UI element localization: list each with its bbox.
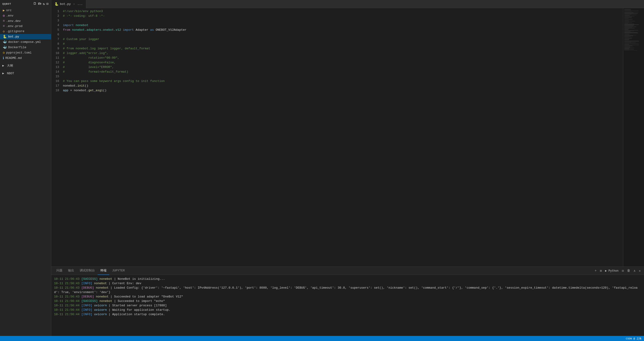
code-line-6: 6 — [51, 32, 623, 37]
env-dev-icon: ≡ — [3, 19, 5, 23]
minimap-line — [624, 22, 629, 22]
line-content-4: import nonebot — [63, 23, 623, 28]
minimap-line — [624, 44, 629, 44]
add-terminal-icon[interactable]: + — [594, 268, 598, 273]
minimap-line — [624, 30, 638, 30]
minimap-line — [624, 12, 634, 13]
log-message: | Application startup complete. — [107, 313, 165, 316]
minimap-line — [624, 26, 633, 26]
minimap-line — [624, 42, 631, 42]
token: #!/usr/bin/env python3 — [63, 9, 103, 13]
terminal-name-label: ▶ Python — [604, 269, 620, 273]
log-level: [DEBUG] — [81, 286, 96, 290]
dockerfile-label: Dockerfile — [8, 46, 49, 49]
token: # diagnose=False, — [63, 61, 116, 64]
tab-python-icon: 🐍 — [54, 2, 58, 6]
close-panel-icon[interactable]: ✕ — [638, 268, 642, 273]
line-content-13: # level="ERROR", — [63, 65, 623, 70]
sidebar-item-docker-compose[interactable]: 🐳docker-compose.yml — [0, 39, 51, 45]
minimap-content — [623, 8, 644, 267]
line-number-2: 2 — [51, 14, 63, 18]
new-file-icon[interactable]: 🗋 — [33, 2, 36, 6]
debug-label: 调试控制台 — [80, 268, 95, 273]
sidebar-item-env[interactable]: ⚙.env — [0, 13, 51, 18]
minimap-line — [624, 46, 633, 46]
terminal-tab-jupyter[interactable]: JUPYTER — [109, 267, 128, 275]
kill-terminal-icon[interactable]: 🗑 — [626, 268, 631, 273]
terminal-content[interactable]: 10-11 21:56:43 [SUCCESS] nonebot | NoneB… — [51, 275, 644, 341]
code-line-10: 10# logger.add("error.log", — [51, 51, 623, 56]
minimap-line — [624, 18, 628, 19]
token: # Custom your logger — [63, 37, 99, 41]
minimap-line — [624, 33, 638, 33]
editor-area[interactable]: 1#!/usr/bin/env python32# -*- coding: ut… — [51, 8, 623, 267]
minimap-line — [624, 29, 629, 29]
minimap-line — [624, 34, 630, 35]
log-timestamp: 10-11 21:56:43 — [54, 282, 81, 285]
log-line: 10-11 21:56:44 [INFO] uvicorn | Applicat… — [54, 312, 641, 317]
outline-label: 大纲 — [7, 64, 13, 67]
line-number-18: 18 — [51, 88, 63, 93]
src-icon: ▶ — [3, 8, 5, 12]
line-content-14: # format=default_format) — [63, 70, 623, 74]
minimap-line — [624, 39, 629, 39]
sidebar-item-pyproject[interactable]: ⚙pyproject.toml — [0, 50, 51, 55]
log-level: [INFO] — [81, 304, 94, 307]
line-number-14: 14 — [51, 70, 63, 74]
env-icon: ⚙ — [3, 14, 5, 18]
minimap-line — [624, 10, 631, 10]
token — [74, 23, 76, 27]
minimap-line — [624, 38, 632, 38]
terminal-tab-terminal[interactable]: 终端 — [98, 267, 109, 275]
log-level: [INFO] — [81, 308, 94, 312]
token: # You can pass some keyword args config … — [63, 79, 165, 83]
minimap-line — [624, 21, 635, 21]
minimap-line — [624, 31, 634, 31]
code-line-5: 5from nonebot.adapters.onebot.v12 import… — [51, 28, 623, 32]
sidebar-footer-outline[interactable]: ▶ 大纲 — [0, 63, 51, 69]
line-number-3: 3 — [51, 18, 63, 23]
token: ONEBOT_V12Adapter — [154, 28, 186, 32]
editor-tab-bar: 🐍 bot.py › ... — [51, 0, 644, 8]
sidebar-item-env-dev[interactable]: ≡.env.dev — [0, 18, 51, 23]
sidebar-item-readme[interactable]: ℹREADME.md — [0, 55, 51, 61]
tab-filename: bot.py — [60, 2, 71, 6]
log-line: 10-11 21:56:43 [INFO] nonebot | Current … — [54, 281, 641, 286]
env-prod-icon: ≡ — [3, 24, 5, 28]
new-folder-icon[interactable]: 🗁 — [38, 2, 42, 6]
sidebar-footer-nbot[interactable]: ▶ NBOT — [0, 70, 51, 76]
terminal-actions: + ⊞ ▶ Python ⊟ 🗑 ∧ ✕ — [594, 268, 642, 273]
minimap-line — [624, 45, 639, 45]
log-logger: nonebot — [96, 295, 108, 298]
sidebar-item-bot-py[interactable]: 🐍bot.py — [0, 34, 51, 39]
minimap-line — [624, 17, 632, 18]
sidebar-item-env-prod[interactable]: ≡.env.prod — [0, 23, 51, 29]
terminal-tab-problems[interactable]: 问题 — [54, 267, 65, 275]
minimap-line — [624, 28, 635, 28]
terminal-tab-debug[interactable]: 调试控制台 — [77, 267, 98, 275]
log-timestamp: 10-11 21:56:44 — [54, 304, 81, 307]
log-line: 10-11 21:56:43 [DEBUG] nonebot | Succeed… — [54, 295, 641, 299]
split-terminal-icon[interactable]: ⊞ — [599, 268, 603, 273]
layout-icon[interactable]: ⊟ — [621, 268, 625, 273]
minimap-line — [624, 49, 629, 50]
maximize-panel-icon[interactable]: ∧ — [632, 268, 636, 273]
code-line-8: 8# — [51, 42, 623, 46]
log-message: | Loaded Config: {'driver': '~fastapi', … — [54, 286, 638, 294]
terminal-tab-output[interactable]: 输出 — [65, 267, 77, 275]
token: # level="ERROR", — [63, 65, 114, 69]
sidebar-item-gitignore[interactable]: ◇.gitignore — [0, 29, 51, 34]
line-number-8: 8 — [51, 42, 63, 46]
token: # — [63, 42, 65, 46]
refresh-icon[interactable]: ↻ — [43, 2, 45, 6]
sidebar-item-src[interactable]: ▶src — [0, 8, 51, 13]
minimap-line — [624, 49, 634, 49]
minimap-line — [624, 10, 639, 11]
sidebar-item-dockerfile[interactable]: 🐳Dockerfile — [0, 45, 51, 50]
collapse-icon[interactable]: ⊟ — [46, 2, 49, 6]
line-number-17: 17 — [51, 83, 63, 88]
gitignore-label: .gitignore — [6, 29, 49, 33]
line-number-11: 11 — [51, 56, 63, 60]
editor-tab-botpy[interactable]: 🐍 bot.py › ... — [51, 0, 86, 8]
readme-label: README.md — [5, 56, 49, 60]
